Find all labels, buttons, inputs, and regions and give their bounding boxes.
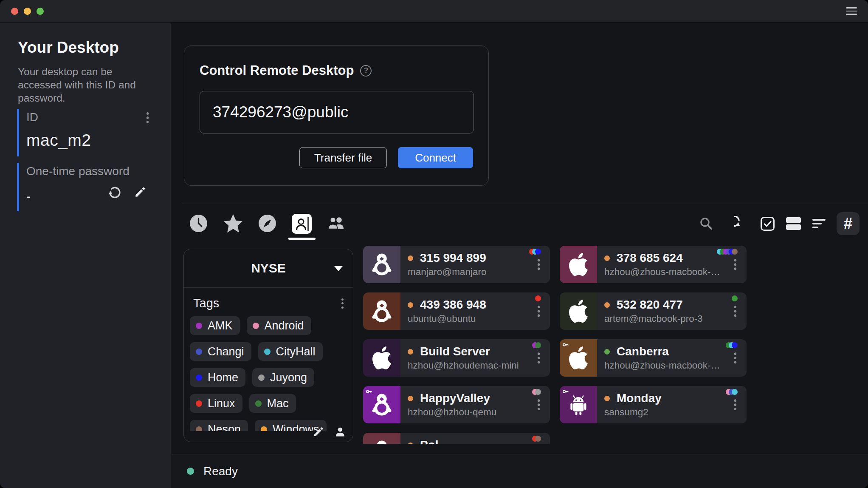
checkbox-icon[interactable] [760,216,775,231]
peer-tabs [189,214,346,240]
android-robot-icon [566,392,591,417]
device-menu-button[interactable] [734,352,737,363]
regenerate-password-icon[interactable] [107,185,121,199]
device-tag-dots [538,295,541,301]
tag-label: Neson [208,423,241,431]
tag-chip[interactable]: Android [247,316,311,335]
tag-label: CityHall [276,345,316,358]
tag-color-dot [196,323,202,329]
one-time-password-section: One-time password - [17,163,171,211]
device-menu-button[interactable] [734,399,737,410]
device-grid: 315 994 899 manjaro@manjaro 378 685 624 … [363,246,748,444]
address-book-dropdown[interactable]: NYSE [184,249,353,288]
remote-id-input[interactable] [200,91,474,133]
device-username: hzhou@zhous-macbook-… [604,360,719,371]
device-tag-dots [535,342,541,348]
online-status-dot [408,349,413,355]
tag-label: Changi [208,345,244,358]
compass-icon [258,214,277,235]
clock-icon [189,214,208,235]
device-card[interactable]: 532 820 477 artem@macbook-pro-3 [560,292,747,330]
hamburger-menu-icon[interactable] [846,7,857,15]
edit-tag-icon[interactable] [312,426,325,438]
device-tag-dots [729,342,738,348]
id-menu-button[interactable] [147,112,149,123]
tab-group[interactable] [326,214,346,240]
device-username: manjaro@manjaro [408,267,522,278]
tag-label: Home [208,371,238,384]
sort-icon[interactable] [812,217,826,230]
tag-chip[interactable]: AMK [190,316,240,335]
device-name: 378 685 624 [617,251,683,265]
apple-logo-icon [567,345,590,371]
device-avatar [560,246,597,283]
online-status-dot [604,255,610,261]
device-name: Build Server [420,345,490,358]
device-card[interactable]: Monday sansumg2 [560,386,747,423]
sidebar-title: Your Desktop [18,39,119,57]
tag-chip[interactable]: Mac [249,394,296,413]
tag-color-dot [196,375,202,381]
device-username: sansumg2 [604,407,719,418]
device-menu-button[interactable] [538,352,540,363]
traffic-lights [11,8,44,15]
device-avatar [363,292,400,330]
device-card[interactable]: Build Server hzhou@hzhoudemac-mini [363,339,550,377]
tags-menu-button[interactable] [341,298,344,309]
device-username: hzhou@zhous-macbook-… [604,267,719,278]
tag-chip[interactable]: CityHall [258,342,323,361]
tab-favorites[interactable] [223,214,243,240]
online-status-dot [604,349,610,355]
device-avatar [363,386,400,423]
tag-chip[interactable]: Changi [190,342,251,361]
device-card[interactable]: 315 994 899 manjaro@manjaro [363,246,550,283]
connect-button[interactable]: Connect [398,147,473,168]
tag-label: AMK [208,319,233,332]
id-value[interactable]: mac_m2 [26,131,171,150]
sidebar-description: Your desktop can be accessed with this I… [18,65,136,105]
linux-tux-icon [369,392,395,417]
connect-panel: Control Remote Desktop ? Transfer file C… [184,45,489,186]
online-status-dot [408,302,413,308]
device-avatar [363,433,400,444]
refresh-icon[interactable] [734,216,750,231]
tag-chip[interactable]: Home [190,368,245,387]
device-card[interactable]: 439 386 948 ubuntu@ubuntu [363,292,550,330]
tab-address-book[interactable] [292,214,312,240]
grid-hash-icon[interactable]: # [837,212,860,235]
device-card[interactable]: HappyValley hzhou@hzhou-qemu [363,386,550,423]
device-menu-button[interactable] [538,259,540,270]
online-status-dot [604,302,610,308]
online-status-dot [408,255,413,261]
device-menu-button[interactable] [538,399,540,410]
star-icon [223,214,243,235]
selected-address-book: NYSE [251,261,286,275]
device-menu-button[interactable] [734,306,737,317]
device-card[interactable]: Canberra hzhou@zhous-macbook-… [560,339,747,377]
tag-chip[interactable]: Linux [190,394,242,413]
device-card[interactable]: 378 685 624 hzhou@zhous-macbook-… [560,246,747,283]
device-avatar [560,386,597,423]
tab-recent-sessions[interactable] [189,214,209,240]
search-icon[interactable] [699,216,713,231]
tab-discovered[interactable] [257,214,277,240]
device-menu-button[interactable] [734,259,737,270]
tag-label: Linux [208,397,235,410]
tag-chip[interactable]: Juyong [252,368,314,387]
zoom-button[interactable] [37,8,44,15]
device-card[interactable]: Pol [363,433,550,444]
edit-password-icon[interactable] [133,185,147,199]
tags-label: Tags [193,296,219,310]
device-tag-dots [720,249,738,255]
device-menu-button[interactable] [538,306,540,317]
tag-chip[interactable]: Neson [190,420,248,431]
device-username: artem@macbook-pro-3 [604,313,719,324]
list-view-icon[interactable] [786,216,801,231]
main-area: Control Remote Desktop ? Transfer file C… [172,23,868,488]
transfer-file-button[interactable]: Transfer file [299,147,387,168]
help-icon[interactable]: ? [360,65,372,77]
device-tag-dots [535,436,541,442]
add-person-icon[interactable] [334,426,346,438]
minimize-button[interactable] [24,8,31,15]
close-button[interactable] [11,8,18,15]
